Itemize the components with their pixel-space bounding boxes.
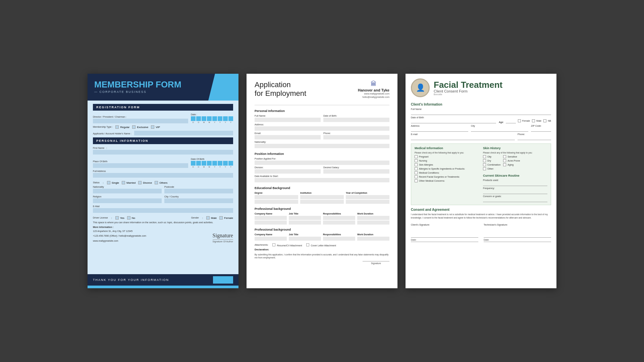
nationality-input[interactable]	[93, 189, 162, 193]
prof2-cell-1-1[interactable]	[255, 237, 287, 241]
prof2-cell-1-3[interactable]	[323, 237, 355, 241]
male-cb[interactable]	[206, 216, 210, 220]
date-box-6[interactable]	[218, 116, 222, 121]
others-cb[interactable]	[155, 181, 158, 184]
nursing-cb[interactable]	[415, 159, 418, 162]
products-input[interactable]	[483, 182, 547, 186]
address-input[interactable]	[255, 126, 389, 131]
date-box-2[interactable]	[196, 116, 201, 121]
edu-cell-1-2[interactable]	[300, 195, 344, 199]
acne-cb[interactable]	[503, 159, 506, 162]
exclusive-option[interactable]: Exclusive	[132, 125, 148, 129]
city-country-input[interactable]	[164, 198, 233, 203]
divorce-cb[interactable]	[138, 181, 142, 184]
division-input[interactable]	[255, 169, 321, 174]
regular-option[interactable]: Regular	[115, 125, 129, 129]
resume-attach[interactable]: Resume/CV Attachment	[272, 243, 302, 247]
nb-option[interactable]: NB	[543, 119, 551, 122]
ingredients-cb[interactable]	[415, 167, 418, 170]
sensitive-row[interactable]: Sensitive	[503, 155, 520, 158]
no-cb[interactable]	[127, 216, 130, 220]
prof1-cell-2-3[interactable]	[323, 221, 355, 225]
prof1-cell-2-1[interactable]	[255, 221, 287, 225]
date-box-1[interactable]	[191, 116, 196, 121]
date-box-7[interactable]	[223, 116, 228, 121]
dry-cb[interactable]	[483, 159, 486, 162]
age-input[interactable]	[506, 119, 516, 123]
prof1-cell-1-3[interactable]	[323, 216, 355, 220]
other-skin-row[interactable]: Other:	[483, 167, 500, 170]
date-available-input[interactable]	[255, 178, 389, 182]
prof1-cell-2-2[interactable]	[289, 221, 321, 225]
address-input[interactable]	[93, 173, 233, 178]
male-option[interactable]: Male	[532, 119, 541, 122]
frequency-input[interactable]	[483, 190, 547, 194]
skin-allergy-cb[interactable]	[415, 163, 418, 166]
vip-option[interactable]: VIP	[151, 125, 160, 129]
date-box-8[interactable]	[228, 116, 233, 121]
other-medical-cb[interactable]	[415, 179, 418, 182]
email-input[interactable]	[93, 208, 233, 213]
concerns-input[interactable]	[483, 198, 547, 202]
address-input[interactable]	[411, 127, 468, 132]
aging-row[interactable]: Aging	[503, 163, 520, 166]
dob-box-5[interactable]	[212, 161, 217, 166]
edu-cell-1-3[interactable]	[346, 195, 389, 199]
oily-cb[interactable]	[483, 155, 486, 158]
medical-cond-cb[interactable]	[415, 171, 418, 174]
no-option[interactable]: No	[127, 216, 135, 220]
fullname-input[interactable]	[411, 111, 551, 115]
position-input[interactable]	[255, 161, 389, 165]
director-input[interactable]	[93, 119, 188, 123]
nationality-input[interactable]	[255, 144, 389, 148]
regular-checkbox[interactable]	[115, 125, 119, 129]
single-option[interactable]: Single	[107, 181, 119, 184]
nb-cb[interactable]	[543, 119, 546, 122]
pregnant-cb[interactable]	[415, 155, 418, 158]
religion-input[interactable]	[93, 198, 162, 203]
female-cb[interactable]	[518, 119, 521, 122]
edu-cell-2-2[interactable]	[300, 200, 344, 204]
surgeries-row[interactable]: Recent Facial Surgeries or Treatments:	[415, 175, 479, 178]
cover-attach[interactable]: Cover Letter Attachment	[306, 243, 336, 247]
married-cb[interactable]	[122, 181, 125, 184]
cover-checkbox[interactable]	[306, 243, 309, 246]
yes-cb[interactable]	[115, 216, 119, 220]
male-option[interactable]: Male	[206, 216, 217, 220]
date-box-3[interactable]	[202, 116, 206, 121]
email-input[interactable]	[255, 135, 321, 139]
female-option[interactable]: Female	[219, 216, 233, 220]
prof1-cell-1-2[interactable]	[289, 216, 321, 220]
skin-allergy-row[interactable]: Skin Allergies	[415, 163, 479, 166]
nursing-row[interactable]: Nursing	[415, 159, 479, 162]
dob-input[interactable]	[411, 119, 496, 123]
salary-input[interactable]	[323, 169, 389, 174]
dob-box-1[interactable]	[191, 161, 196, 166]
prof2-cell-1-4[interactable]	[357, 237, 389, 241]
prof2-cell-1-2[interactable]	[289, 237, 321, 241]
vip-checkbox[interactable]	[151, 125, 154, 129]
divorce-option[interactable]: Divorce	[138, 181, 152, 184]
email-input[interactable]	[411, 136, 515, 140]
exclusive-checkbox[interactable]	[132, 125, 136, 129]
phone-input[interactable]	[323, 135, 389, 139]
dob-box-3[interactable]	[202, 161, 206, 166]
date-box-4[interactable]	[207, 116, 212, 121]
yes-option[interactable]: Yes	[115, 216, 124, 220]
pregnant-row[interactable]: Pregnant	[415, 155, 479, 158]
female-cb[interactable]	[219, 216, 223, 220]
prof1-cell-1-4[interactable]	[357, 216, 389, 220]
pob-input[interactable]	[93, 163, 188, 168]
edu-cell-2-3[interactable]	[346, 200, 389, 204]
dob-box-8[interactable]	[228, 161, 233, 166]
oily-row[interactable]: Oily	[483, 155, 500, 158]
surgeries-cb[interactable]	[415, 175, 418, 178]
first-name-input[interactable]	[93, 150, 233, 155]
acne-row[interactable]: Acne-Prone	[503, 159, 520, 162]
prof1-cell-2-4[interactable]	[357, 221, 389, 225]
date-box-5[interactable]	[212, 116, 217, 121]
combination-cb[interactable]	[483, 163, 486, 166]
edu-cell-2-1[interactable]	[255, 200, 298, 204]
city-input[interactable]	[471, 127, 528, 132]
married-option[interactable]: Married	[122, 181, 136, 184]
